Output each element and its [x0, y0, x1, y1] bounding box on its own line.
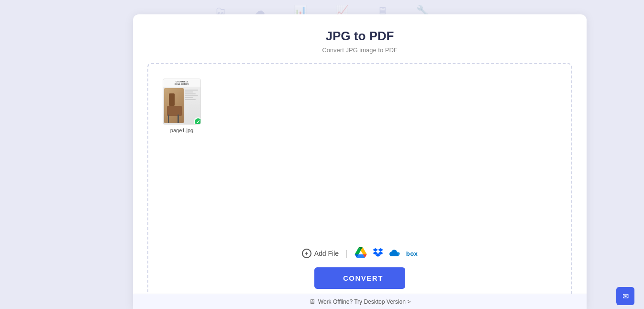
chair-leg-right — [178, 114, 178, 123]
files-area: COLUMBIACOLLECTIVE — [158, 74, 562, 138]
file-thumbnail: COLUMBIACOLLECTIVE — [163, 79, 201, 125]
text-line-5 — [185, 97, 194, 98]
drop-zone[interactable]: COLUMBIACOLLECTIVE — [147, 63, 572, 299]
divider: | — [345, 249, 348, 259]
check-badge: ✓ — [194, 117, 201, 125]
main-card: JPG to PDF Convert JPG image to PDF COLU… — [133, 14, 587, 309]
chair-leg-left — [168, 114, 169, 123]
convert-button[interactable]: CONVERT — [314, 267, 405, 289]
text-line-2 — [185, 92, 194, 92]
text-line-4 — [185, 95, 198, 96]
text-line-1 — [185, 90, 198, 91]
bottom-bar: 🖥 Work Offline? Try Desktop Version > — [133, 294, 587, 309]
add-file-row: + Add File | — [302, 247, 418, 260]
onedrive-button[interactable] — [389, 247, 401, 260]
add-icon: + — [302, 249, 311, 258]
bottom-actions: + Add File | — [158, 247, 562, 289]
offline-text[interactable]: Work Offline? Try Desktop Version > — [318, 298, 411, 305]
thumb-title: COLUMBIACOLLECTIVE — [165, 80, 199, 85]
thumb-header: COLUMBIACOLLECTIVE — [163, 79, 200, 87]
dropbox-button[interactable] — [372, 247, 384, 260]
box-button[interactable]: box — [406, 250, 418, 257]
chair-back — [169, 93, 175, 106]
file-name: page1.jpg — [170, 127, 193, 133]
add-file-button[interactable]: + Add File — [302, 249, 339, 258]
chair-seat — [167, 106, 182, 116]
add-file-label: Add File — [314, 250, 339, 257]
desktop-icon: 🖥 — [309, 298, 315, 305]
thumbnail-content: COLUMBIACOLLECTIVE — [163, 79, 200, 124]
chair-illustration — [164, 88, 184, 123]
cloud-icons: box — [355, 247, 418, 260]
text-line-6 — [185, 99, 196, 100]
google-drive-button[interactable] — [355, 247, 367, 260]
page-subtitle: Convert JPG image to PDF — [322, 46, 398, 54]
text-line-3 — [185, 93, 196, 94]
email-button[interactable]: ✉ — [616, 287, 634, 305]
page-title: JPG to PDF — [325, 29, 394, 44]
file-item[interactable]: COLUMBIACOLLECTIVE — [163, 79, 201, 133]
